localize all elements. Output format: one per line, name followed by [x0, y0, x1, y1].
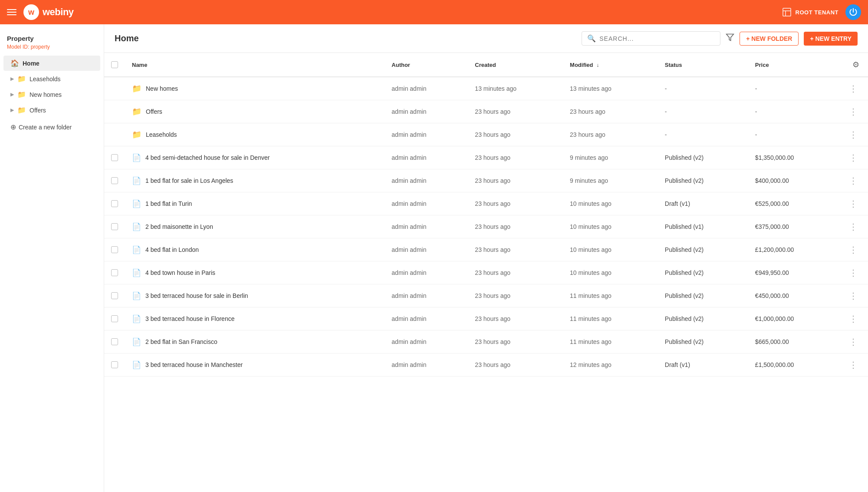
row-checkbox[interactable] [111, 177, 118, 184]
row-status: - [658, 77, 748, 100]
row-author: admin admin [385, 261, 468, 284]
power-icon [849, 8, 858, 17]
row-price: - [748, 123, 838, 146]
row-checkbox-cell[interactable] [104, 215, 125, 238]
hamburger-menu-button[interactable] [7, 9, 16, 15]
logo[interactable]: w webiny [23, 4, 74, 20]
row-checkbox[interactable] [111, 338, 118, 345]
row-actions: ⋮ [838, 169, 868, 192]
row-status: Published (v2) [658, 284, 748, 307]
row-name-cell: 📄 4 bed semi-detached house for sale in … [125, 146, 385, 169]
row-name-cell: 📁 Offers [125, 100, 385, 123]
new-folder-button[interactable]: + NEW FOLDER [740, 32, 799, 46]
search-box[interactable]: 🔍 [582, 31, 720, 46]
col-name: Name [125, 53, 385, 77]
sidebar-item-label-leaseholds: Leaseholds [30, 76, 61, 83]
svg-marker-3 [727, 34, 734, 41]
table-body: 📁 New homes admin admin 13 minutes ago 1… [104, 77, 868, 376]
row-more-button[interactable]: ⋮ [845, 174, 861, 188]
col-status: Status [658, 53, 748, 77]
row-more-button[interactable]: ⋮ [845, 82, 861, 96]
row-checkbox-cell[interactable] [104, 307, 125, 330]
new-entry-button[interactable]: + NEW ENTRY [804, 32, 858, 46]
row-created: 23 hours ago [468, 261, 563, 284]
row-price: $1,350,000.00 [748, 146, 838, 169]
sidebar-item-new-homes[interactable]: ▶ 📁 New homes [3, 87, 100, 102]
row-checkbox-cell[interactable] [104, 284, 125, 307]
table-settings-button[interactable]: ⚙ [851, 58, 861, 71]
row-name: Leaseholds [146, 131, 177, 138]
row-checkbox-cell [104, 123, 125, 146]
select-all-checkbox[interactable] [111, 61, 118, 68]
row-name: 4 bed town house in Paris [145, 269, 215, 276]
row-checkbox-cell[interactable] [104, 353, 125, 376]
row-checkbox[interactable] [111, 269, 118, 276]
row-created: 23 hours ago [468, 353, 563, 376]
row-checkbox[interactable] [111, 223, 118, 230]
row-checkbox[interactable] [111, 361, 118, 368]
row-checkbox-cell[interactable] [104, 192, 125, 215]
search-input[interactable] [599, 35, 715, 42]
row-more-button[interactable]: ⋮ [845, 151, 861, 165]
row-checkbox[interactable] [111, 200, 118, 207]
chevron-right-icon: ▶ [10, 76, 14, 82]
row-checkbox-cell[interactable] [104, 238, 125, 261]
col-modified[interactable]: Modified ↓ [563, 53, 658, 77]
row-created: 23 hours ago [468, 100, 563, 123]
row-more-button[interactable]: ⋮ [845, 312, 861, 326]
row-modified: 9 minutes ago [563, 146, 658, 169]
row-author: admin admin [385, 330, 468, 353]
row-price: £1,200,000.00 [748, 238, 838, 261]
row-checkbox-cell[interactable] [104, 330, 125, 353]
tenant-info: ROOT TENANT [782, 7, 838, 17]
row-price: - [748, 77, 838, 100]
sidebar-item-home[interactable]: 🏠 Home [3, 56, 100, 71]
filter-icon[interactable] [726, 33, 734, 44]
entry-icon: 📄 [132, 245, 141, 254]
row-checkbox[interactable] [111, 315, 118, 322]
table-row: 📄 3 bed terraced house for sale in Berli… [104, 284, 868, 307]
create-new-folder-button[interactable]: ⊕ Create a new folder [3, 119, 100, 135]
row-author: admin admin [385, 353, 468, 376]
row-created: 23 hours ago [468, 169, 563, 192]
row-checkbox[interactable] [111, 246, 118, 253]
row-more-button[interactable]: ⋮ [845, 289, 861, 303]
logo-letter: w [28, 8, 34, 17]
sidebar-item-leaseholds[interactable]: ▶ 📁 Leaseholds [3, 71, 100, 86]
row-created: 23 hours ago [468, 307, 563, 330]
row-name-cell: 📄 2 bed maisonette in Lyon [125, 215, 385, 238]
power-button[interactable] [845, 4, 861, 20]
row-more-button[interactable]: ⋮ [845, 197, 861, 211]
row-name: New homes [146, 85, 178, 92]
row-checkbox-cell[interactable] [104, 146, 125, 169]
table-row: 📄 1 bed flat for sale in Los Angeles adm… [104, 169, 868, 192]
row-author: admin admin [385, 77, 468, 100]
row-author: admin admin [385, 238, 468, 261]
row-more-button[interactable]: ⋮ [845, 128, 861, 142]
logo-text: webiny [43, 7, 74, 18]
row-created: 23 hours ago [468, 146, 563, 169]
row-more-button[interactable]: ⋮ [845, 220, 861, 234]
row-checkbox-cell[interactable] [104, 261, 125, 284]
app-layout: Property Model ID: property 🏠 Home ▶ 📁 L… [0, 24, 868, 492]
row-more-button[interactable]: ⋮ [845, 243, 861, 257]
row-checkbox[interactable] [111, 154, 118, 161]
entry-icon: 📄 [132, 360, 141, 370]
row-created: 23 hours ago [468, 330, 563, 353]
sidebar-item-label-home: Home [23, 60, 39, 67]
row-more-button[interactable]: ⋮ [845, 105, 861, 119]
row-checkbox[interactable] [111, 292, 118, 299]
row-created: 23 hours ago [468, 215, 563, 238]
row-price: €375,000.00 [748, 215, 838, 238]
row-name: 4 bed semi-detached house for sale in De… [145, 154, 270, 161]
row-actions: ⋮ [838, 146, 868, 169]
logo-circle: w [23, 4, 39, 20]
sidebar-item-offers[interactable]: ▶ 📁 Offers [3, 102, 100, 118]
row-author: admin admin [385, 192, 468, 215]
row-more-button[interactable]: ⋮ [845, 335, 861, 349]
row-more-button[interactable]: ⋮ [845, 266, 861, 280]
row-checkbox-cell[interactable] [104, 169, 125, 192]
row-more-button[interactable]: ⋮ [845, 358, 861, 372]
table-row: 📁 Offers admin admin 23 hours ago 23 hou… [104, 100, 868, 123]
table-row: 📁 New homes admin admin 13 minutes ago 1… [104, 77, 868, 100]
